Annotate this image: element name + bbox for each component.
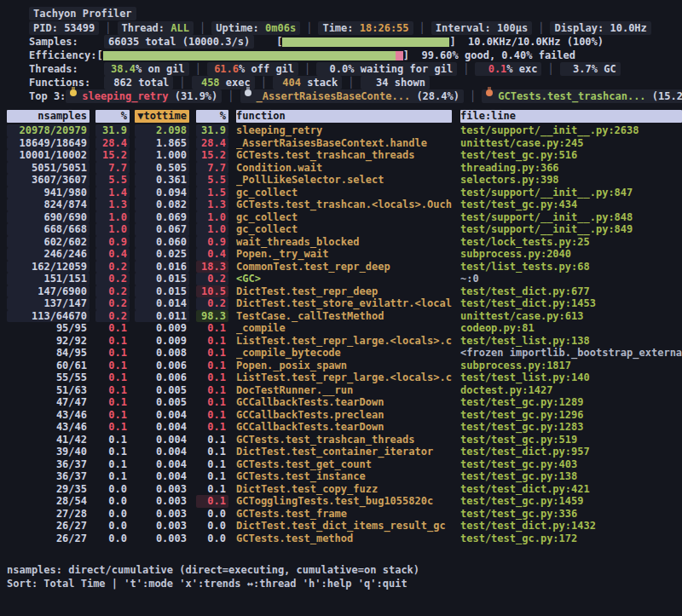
efficiency-bar-failed	[396, 51, 403, 60]
table-row[interactable]: 151/1510.20.0150.2<GC>~:0	[7, 273, 682, 285]
tottime-cell: 0.004	[135, 409, 189, 422]
table-row[interactable]: 824/8741.30.0821.3GCTests.test_trashcan.…	[7, 199, 682, 211]
function-cell: CommonTest.test_repr_deep	[236, 261, 452, 273]
table-row[interactable]: 113/646700.20.01198.3TestCase._callTestM…	[7, 310, 682, 323]
column-header-[interactable]: %	[95, 110, 130, 123]
efficiency-bar-close-bracket	[403, 49, 409, 62]
cumulative-pct-cell: 10.5	[196, 285, 228, 298]
table-row[interactable]: 668/6681.00.0671.0gc_collecttest/support…	[7, 223, 682, 236]
efficiency-text: 99.60% good, 0.40% failed	[421, 49, 575, 62]
time-value: 18:26:55	[360, 21, 409, 35]
table-row[interactable]: 60/610.10.0060.1Popen._posix_spawnsubpro…	[7, 360, 682, 372]
column-header-fileline[interactable]: file:line	[460, 110, 682, 123]
table-row[interactable]: 137/1470.20.0140.2DictTest.test_store_ev…	[7, 297, 682, 310]
tottime-cell: 0.003	[135, 495, 189, 508]
table-row[interactable]: 95/950.10.0090.1_compilecodeop.py:81	[7, 322, 682, 335]
function-stat-value-3: 34	[365, 76, 389, 89]
thread-stat-3: 0.1% exc	[475, 62, 541, 76]
footer-legend: nsamples: direct/cumulative (direct=exec…	[7, 563, 419, 577]
thread-stat-value-3: 0.1	[479, 62, 506, 76]
direct-pct-cell: 0.1	[95, 434, 130, 446]
table-row[interactable]: 246/2460.40.0250.4Popen._try_waitsubproc…	[7, 248, 682, 261]
table-row[interactable]: 162/120590.20.01618.3CommonTest.test_rep…	[7, 261, 682, 273]
table-row[interactable]: 36/370.10.0040.1GCTests.test_instancetes…	[7, 470, 682, 483]
fileline-cell: test/support/__init__.py:2638	[460, 124, 682, 137]
direct-pct-cell: 0.2	[95, 273, 130, 285]
column-header-nsamples[interactable]: nsamples	[7, 110, 90, 123]
table-row[interactable]: 10001/1000215.21.00015.2GCTests.test_tra…	[7, 149, 682, 162]
table-row[interactable]: 147/69000.20.01510.5DictTest.test_repr_d…	[7, 285, 682, 298]
table-row[interactable]: 43/460.10.0040.1GCCallbackTests.tearDown…	[7, 421, 682, 434]
top3-function-name: _AssertRaisesBaseConte...	[257, 89, 411, 103]
table-row[interactable]: 5051/50517.70.5057.7Condition.waitthread…	[7, 162, 682, 175]
table-row[interactable]: 43/460.10.0040.1GCCallbackTests.preclean…	[7, 409, 682, 422]
nsamples-cell: 26/27	[7, 533, 90, 545]
divider	[195, 62, 201, 76]
function-stat-unit-0: total	[132, 76, 169, 89]
column-header-tottime[interactable]: ▼tottime	[135, 110, 189, 123]
table-row[interactable]: 84/950.10.0080.1_compile_bytecode<frozen…	[7, 347, 682, 360]
table-row[interactable]: 26/270.00.0030.0DictTest.test_dict_items…	[7, 520, 682, 533]
table-row[interactable]: 39/400.10.0040.1DictTest.test_container_…	[7, 446, 682, 458]
divider	[228, 89, 234, 103]
cumulative-pct-cell: 0.1	[196, 495, 228, 508]
top3-entry-1[interactable]: sleeping_retry (31.9%)	[66, 89, 222, 103]
table-row[interactable]: 92/920.10.0090.1ListTest.test_repr_large…	[7, 335, 682, 348]
table-row[interactable]: 29/350.00.0030.1DictTest.test_copy_fuzzt…	[7, 483, 682, 496]
cumulative-pct-cell: 0.2	[196, 273, 228, 285]
divider	[419, 21, 425, 35]
table-row[interactable]: 28/540.00.0030.1GCTogglingTests.test_bug…	[7, 495, 682, 508]
direct-pct-cell: 0.9	[95, 236, 130, 249]
tottime-cell: 0.067	[135, 223, 189, 236]
table-row[interactable]: 36/370.10.0040.1GCTests.test_get_countte…	[7, 458, 682, 471]
column-header-function[interactable]: function	[236, 110, 452, 123]
top3-row: Top 3:sleeping_retry (31.9%)_AssertRaise…	[29, 89, 682, 103]
divider	[261, 76, 267, 89]
table-row[interactable]: 27/280.00.0030.0GCTests.test_frametest/t…	[7, 508, 682, 521]
function-cell: GCTogglingTests.test_bug1055820c	[236, 495, 452, 508]
footer-keybinds: Sort: Total Time | 't':mode 'x':trends ↔…	[7, 577, 407, 590]
tottime-cell: 0.015	[135, 273, 189, 285]
table-row[interactable]: 602/6020.90.0600.9wait_threads_blockedte…	[7, 236, 682, 249]
function-stat-value-1: 458	[196, 76, 220, 89]
table-row[interactable]: 20978/2097931.92.09831.9sleeping_retryte…	[7, 124, 682, 137]
samples-bar-fill	[282, 37, 449, 47]
top3-percent: (15.2%)	[646, 89, 682, 103]
thread-field[interactable]: Thread: ALL	[118, 21, 194, 35]
table-row[interactable]: 51/630.10.0050.1DocTestRunner.__rundocte…	[7, 384, 682, 397]
function-stat-unit-2: stack	[301, 76, 338, 89]
direct-pct-cell: 0.0	[95, 520, 130, 533]
function-cell: DocTestRunner.__run	[236, 384, 452, 397]
table-row[interactable]: 18649/1864928.41.86528.4_AssertRaisesBas…	[7, 137, 682, 150]
direct-pct-cell: 0.1	[95, 335, 130, 348]
table-row[interactable]: 941/9801.40.0941.5gc_collecttest/support…	[7, 187, 682, 199]
nsamples-cell: 29/35	[7, 483, 90, 496]
table-row[interactable]: 47/470.10.0050.1GCCallbackTests.tearDown…	[7, 396, 682, 409]
direct-pct-cell: 1.0	[95, 211, 130, 224]
cumulative-pct-cell: 0.1	[196, 483, 228, 496]
fileline-cell: test/test_list.py:138	[460, 335, 682, 348]
tottime-cell: 0.005	[135, 396, 189, 409]
cumulative-pct-cell: 0.1	[196, 458, 228, 471]
cumulative-pct-cell: 0.1	[196, 371, 228, 384]
table-row[interactable]: 26/270.00.0030.0GCTests.test_methodtest/…	[7, 533, 682, 545]
table-row[interactable]: 3607/36075.50.3615.5_PollLikeSelector.se…	[7, 174, 682, 187]
status-bar: PID: 53499Thread: ALLUptime: 0m06sTime: …	[29, 21, 682, 35]
nsamples-cell: 668/668	[7, 223, 90, 236]
thread-stat-1: 61.6% off gil	[207, 62, 298, 76]
interval-value: 100µs	[497, 21, 528, 35]
top3-entry-2[interactable]: _AssertRaisesBaseConte... (28.4%)	[240, 89, 464, 103]
table-row[interactable]: 690/6901.00.0691.0gc_collecttest/support…	[7, 211, 682, 224]
function-cell: ListTest.test_repr_large.<locals>.check	[236, 371, 452, 384]
fileline-cell: test/support/__init__.py:849	[460, 223, 682, 236]
function-cell: wait_threads_blocked	[236, 236, 452, 249]
nsamples-cell: 10001/10002	[7, 149, 90, 162]
top3-entry-3[interactable]: GCTests.test_trashcan... (15.2%)	[482, 89, 682, 103]
tottime-cell: 0.505	[135, 162, 189, 175]
table-row[interactable]: 41/420.10.0040.1GCTests.test_trashcan_th…	[7, 434, 682, 446]
function-cell: DictTest.test_repr_deep	[236, 285, 452, 298]
column-header-[interactable]: %	[196, 110, 228, 123]
table-row[interactable]: 55/550.10.0060.1ListTest.test_repr_large…	[7, 371, 682, 384]
divider	[306, 21, 312, 35]
tottime-cell: 1.000	[135, 149, 189, 162]
